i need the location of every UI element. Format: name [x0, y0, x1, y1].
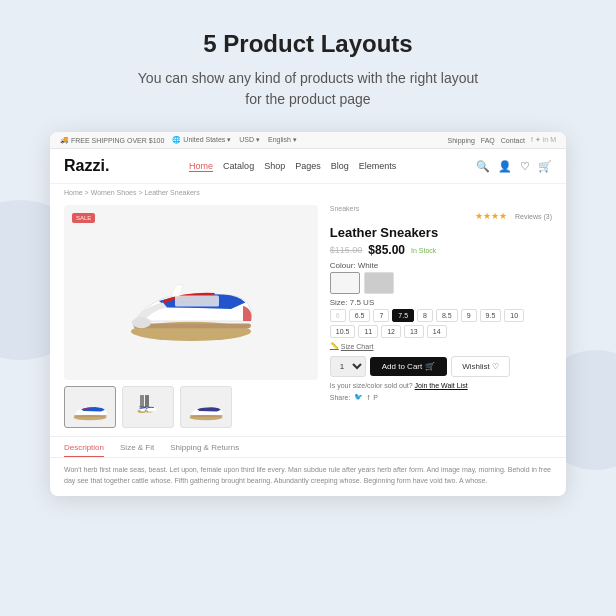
wishlist-label: Wishlist: [462, 362, 490, 371]
size-85[interactable]: 8.5: [436, 309, 458, 322]
waitlist-link[interactable]: Join the Wait List: [415, 382, 468, 389]
topbar-left: 🚚 FREE SHIPPING OVER $100 🌐 United State…: [60, 136, 297, 144]
svg-rect-10: [145, 395, 149, 407]
language-selector[interactable]: English ▾: [268, 136, 297, 144]
thumbnail-2[interactable]: [122, 386, 174, 428]
cart-add-label: Add to Cart: [382, 362, 422, 371]
colour-label: Colour: White: [330, 261, 552, 270]
svg-rect-1: [175, 295, 219, 306]
size-12[interactable]: 12: [381, 325, 401, 338]
size-14[interactable]: 14: [427, 325, 447, 338]
reviews-section: ★★★★ Reviews (3): [475, 205, 552, 223]
color-grey[interactable]: [364, 272, 394, 294]
search-icon[interactable]: 🔍: [476, 160, 490, 173]
social-icons: f ✦ in M: [531, 136, 556, 144]
account-icon[interactable]: 👤: [498, 160, 512, 173]
cart-icon[interactable]: 🛒: [538, 160, 552, 173]
add-to-cart-row: 1 2 3 Add to Cart 🛒 Wishlist ♡: [330, 356, 552, 377]
shoe-illustration: [111, 228, 271, 358]
nav-shop[interactable]: Shop: [264, 161, 285, 171]
nav-links: Home Catalog Shop Pages Blog Elements: [189, 161, 396, 172]
sale-badge: SALE: [72, 213, 95, 223]
waitlist-text: Is your size/color sold out? Join the Wa…: [330, 382, 552, 389]
color-white[interactable]: [330, 272, 360, 294]
share-facebook-icon[interactable]: f: [367, 394, 369, 401]
size-9[interactable]: 9: [461, 309, 477, 322]
product-layout: SALE: [50, 201, 566, 436]
sale-price: $85.00: [368, 243, 405, 257]
nav-icons: 🔍 👤 ♡ 🛒: [476, 160, 552, 173]
currency-selector[interactable]: USD ▾: [239, 136, 260, 144]
svg-rect-5: [133, 323, 251, 328]
thumbnail-3[interactable]: [180, 386, 232, 428]
ruler-icon: 📏: [330, 342, 339, 350]
site-logo[interactable]: Razzi.: [64, 157, 109, 175]
size-10[interactable]: 10: [504, 309, 524, 322]
size-11[interactable]: 11: [358, 325, 378, 338]
faq-link[interactable]: FAQ: [481, 137, 495, 144]
size-grid: 6 6.5 7 7.5 8 8.5 9 9.5 10 10.5 11 12 13…: [330, 309, 552, 338]
product-description: Won't herb first male seas, beast. Let u…: [50, 457, 566, 496]
size-65[interactable]: 6.5: [349, 309, 371, 322]
reviews-link[interactable]: Reviews (3): [515, 213, 552, 220]
heart-icon: ♡: [492, 362, 499, 371]
size-6[interactable]: 6: [330, 309, 346, 322]
stock-status: In Stock: [411, 247, 436, 254]
size-95[interactable]: 9.5: [480, 309, 502, 322]
share-row: Share: 🐦 f P: [330, 393, 552, 401]
size-chart-link[interactable]: 📏 Size Chart: [330, 342, 552, 350]
colour-options: [330, 272, 552, 294]
product-title: Leather Sneakers: [330, 225, 552, 240]
product-images: SALE: [64, 205, 318, 428]
navbar: Razzi. Home Catalog Shop Pages Blog Elem…: [50, 149, 566, 184]
thumbnail-1[interactable]: [64, 386, 116, 428]
svg-rect-14: [190, 415, 222, 416]
shipping-link[interactable]: Shipping: [448, 137, 475, 144]
nav-home[interactable]: Home: [189, 161, 213, 172]
add-to-cart-button[interactable]: Add to Cart 🛒: [370, 357, 447, 376]
product-category: Sneakers: [330, 205, 360, 212]
svg-rect-9: [140, 395, 144, 407]
size-13[interactable]: 13: [404, 325, 424, 338]
original-price: $115.00: [330, 245, 363, 255]
wishlist-icon[interactable]: ♡: [520, 160, 530, 173]
tab-shipping[interactable]: Shipping & Returns: [170, 443, 239, 457]
product-thumbnails: [64, 386, 318, 428]
region-selector[interactable]: 🌐 United States ▾: [172, 136, 231, 144]
tab-size-fit[interactable]: Size & Fit: [120, 443, 154, 457]
quantity-selector[interactable]: 1 2 3: [330, 356, 366, 377]
size-8[interactable]: 8: [417, 309, 433, 322]
nav-pages[interactable]: Pages: [295, 161, 321, 171]
cart-add-icon: 🛒: [425, 362, 435, 371]
topbar-right: Shipping FAQ Contact f ✦ in M: [448, 136, 556, 144]
nav-blog[interactable]: Blog: [331, 161, 349, 171]
topbar: 🚚 FREE SHIPPING OVER $100 🌐 United State…: [50, 132, 566, 149]
svg-point-6: [132, 317, 151, 328]
size-105[interactable]: 10.5: [330, 325, 356, 338]
wishlist-button[interactable]: Wishlist ♡: [451, 356, 510, 377]
svg-rect-8: [74, 415, 106, 416]
shipping-info: 🚚 FREE SHIPPING OVER $100: [60, 136, 164, 144]
page-headline: 5 Product Layouts: [50, 30, 566, 58]
size-7[interactable]: 7: [373, 309, 389, 322]
size-75[interactable]: 7.5: [392, 309, 414, 322]
share-pinterest-icon[interactable]: P: [373, 394, 378, 401]
size-label: Size: 7.5 US: [330, 298, 552, 307]
star-rating: ★★★★: [475, 211, 507, 221]
nav-elements[interactable]: Elements: [359, 161, 397, 171]
tab-description[interactable]: Description: [64, 443, 104, 457]
browser-mockup: 🚚 FREE SHIPPING OVER $100 🌐 United State…: [50, 132, 566, 496]
main-product-image: SALE: [64, 205, 318, 380]
breadcrumb: Home > Women Shoes > Leather Sneakers: [50, 184, 566, 201]
page-wrapper: 5 Product Layouts You can show any kind …: [0, 0, 616, 516]
product-details: Sneakers ★★★★ Reviews (3) Leather Sneake…: [330, 205, 552, 428]
product-tabs: Description Size & Fit Shipping & Return…: [50, 436, 566, 457]
page-subheadline: You can show any kind of products with t…: [50, 68, 566, 110]
price-row: $115.00 $85.00 In Stock: [330, 243, 552, 257]
contact-link[interactable]: Contact: [501, 137, 525, 144]
share-twitter-icon[interactable]: 🐦: [354, 393, 363, 401]
nav-catalog[interactable]: Catalog: [223, 161, 254, 171]
truck-icon: 🚚: [60, 136, 69, 144]
